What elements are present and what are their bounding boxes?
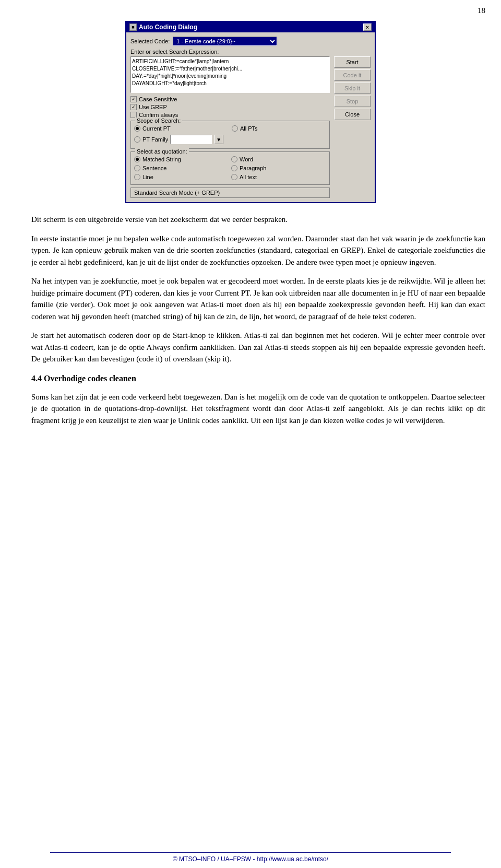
checkboxes-section: Case Sensitive Use GREP Confirm always — [130, 96, 330, 118]
selected-code-select[interactable]: 1 - Eerste code {29:0}~ — [173, 37, 277, 46]
all-pts-radio[interactable] — [232, 125, 238, 132]
paragraph-radio[interactable] — [231, 165, 237, 171]
matched-string-radio[interactable] — [134, 156, 140, 162]
paragraph-label: Paragraph — [240, 165, 266, 171]
pt-family-label: PT Family — [142, 136, 168, 143]
quotation-line[interactable]: Line — [134, 174, 229, 180]
line-radio[interactable] — [134, 174, 140, 180]
quotation-sentence[interactable]: Sentence — [134, 165, 229, 171]
close-button[interactable]: Close — [334, 109, 371, 120]
case-sensitive-label: Case Sensitive — [139, 96, 177, 102]
right-panel: Start Code it Skip it Stop Close — [334, 56, 371, 198]
checkbox-row-case-sensitive[interactable]: Case Sensitive — [130, 96, 330, 102]
quotation-options: Matched String Word Sentence — [134, 156, 326, 182]
paragraph-4: Je start het automatisch coderen door op… — [31, 330, 485, 365]
quotation-word[interactable]: Word — [231, 156, 326, 162]
word-label: Word — [240, 156, 253, 162]
line-label: Line — [142, 174, 153, 180]
all-text-label: All text — [240, 174, 257, 180]
case-sensitive-checkbox[interactable] — [130, 96, 137, 102]
search-line-3: DAY:=*day|*night|*noon|evening|morning — [132, 73, 328, 80]
selected-code-row: Selected Code: 1 - Eerste code {29:0}~ — [130, 37, 371, 46]
dialog-title: Auto Coding Dialog — [139, 24, 197, 31]
scope-groupbox-title: Scope of Search: — [135, 118, 182, 124]
current-pt-label: Current PT — [142, 125, 171, 132]
skip-it-button[interactable]: Skip it — [334, 83, 371, 94]
word-radio[interactable] — [231, 156, 237, 162]
search-line-1: ARTIFICIALLIGHT:=candle*|lamp*|lantern — [132, 58, 328, 65]
code-it-button[interactable]: Code it — [334, 69, 371, 81]
scope-pt-family[interactable]: PT Family ▼ — [134, 135, 229, 144]
pt-family-input[interactable] — [170, 135, 212, 144]
dialog-icon: ■ — [129, 24, 137, 31]
footer: © MTSO–INFO / UA–FPSW - http://www.ua.ac… — [0, 852, 501, 863]
checkbox-row-use-grep[interactable]: Use GREP — [130, 104, 330, 110]
all-text-radio[interactable] — [231, 174, 237, 180]
dialog-close-button[interactable]: × — [363, 24, 372, 31]
footer-divider — [50, 852, 451, 853]
sentence-radio[interactable] — [134, 165, 140, 171]
standard-search-bar: Standard Search Mode (+ GREP) — [130, 187, 330, 198]
scope-current-pt[interactable]: Current PT — [134, 125, 229, 132]
paragraph-1: Dit scherm is een uitgebreide versie van… — [31, 214, 485, 226]
sentence-label: Sentence — [142, 165, 166, 171]
search-line-4: DAYANDLIGHT:=*day|light|torch — [132, 80, 328, 87]
section-heading: 4.4 Overbodige codes cleanen — [31, 372, 485, 385]
quotation-groupbox: Select as quotation: Matched String Word — [130, 151, 330, 185]
all-pts-label: All PTs — [240, 125, 258, 132]
main-text: Dit scherm is een uitgebreide versie van… — [0, 214, 501, 426]
search-expression-box[interactable]: ARTIFICIALLIGHT:=candle*|lamp*|lantern C… — [130, 56, 330, 93]
page-number: 18 — [478, 6, 485, 15]
quotation-paragraph[interactable]: Paragraph — [231, 165, 326, 171]
matched-string-label: Matched String — [142, 156, 181, 162]
use-grep-label: Use GREP — [139, 104, 167, 110]
scope-options: Current PT All PTs PT Family ▼ — [134, 125, 326, 146]
dialog-body: Selected Code: 1 - Eerste code {29:0}~ E… — [126, 32, 375, 202]
paragraph-2: In eerste instantie moet je nu bepalen w… — [31, 233, 485, 268]
dialog-window: ■ Auto Coding Dialog × Selected Code: 1 … — [125, 21, 376, 203]
paragraph-5: Soms kan het zijn dat je een code verkee… — [31, 391, 485, 427]
middle-section: ARTIFICIALLIGHT:=candle*|lamp*|lantern C… — [130, 56, 371, 198]
scope-all-pts[interactable]: All PTs — [232, 125, 326, 132]
quotation-all-text[interactable]: All text — [231, 174, 326, 180]
left-column: ARTIFICIALLIGHT:=candle*|lamp*|lantern C… — [130, 56, 330, 198]
start-button[interactable]: Start — [334, 56, 371, 68]
selected-code-label: Selected Code: — [130, 38, 170, 44]
search-expression-label: Enter or select Search Expression: — [130, 49, 371, 55]
dialog-container: ■ Auto Coding Dialog × Selected Code: 1 … — [0, 0, 501, 214]
search-line-2: CLOSERELATIVE:=*father|mother|brother|ch… — [132, 65, 328, 73]
dialog-titlebar: ■ Auto Coding Dialog × — [126, 22, 375, 32]
scope-groupbox: Scope of Search: Current PT All PTs — [130, 121, 330, 149]
paragraph-3: Na het intypen van je zoekfunctie, moet … — [31, 275, 485, 322]
quotation-matched-string[interactable]: Matched String — [134, 156, 229, 162]
footer-text: © MTSO–INFO / UA–FPSW - http://www.ua.ac… — [173, 855, 328, 863]
dialog-titlebar-left: ■ Auto Coding Dialog — [129, 24, 197, 31]
stop-button[interactable]: Stop — [334, 96, 371, 107]
use-grep-checkbox[interactable] — [130, 104, 137, 110]
pt-family-dropdown-btn[interactable]: ▼ — [214, 135, 223, 144]
current-pt-radio[interactable] — [134, 125, 140, 132]
quotation-groupbox-title: Select as quotation: — [135, 148, 189, 155]
pt-family-radio[interactable] — [134, 136, 140, 143]
